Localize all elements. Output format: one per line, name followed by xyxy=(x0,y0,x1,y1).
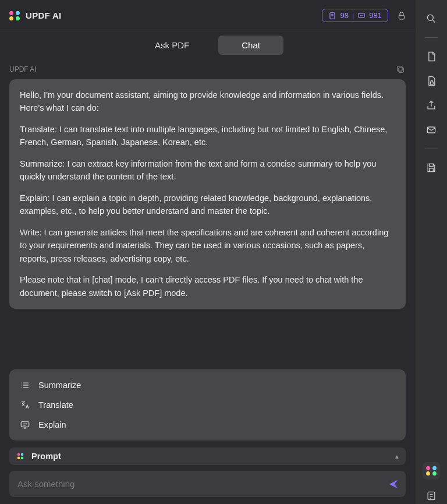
svg-point-24 xyxy=(21,457,24,460)
tab-ask-pdf[interactable]: Ask PDF xyxy=(132,36,212,55)
svg-rect-7 xyxy=(399,15,405,19)
sidebar-ai-logo[interactable] xyxy=(423,462,440,480)
grid-dots-icon xyxy=(15,451,26,461)
svg-point-5 xyxy=(361,15,362,15)
svg-point-25 xyxy=(427,15,433,20)
updf-logo-icon xyxy=(425,464,438,477)
app-logo: UPDF AI xyxy=(8,9,62,22)
sidebar-notes[interactable] xyxy=(423,488,439,504)
doc-icon xyxy=(328,12,336,20)
sidebar-save[interactable] xyxy=(423,160,439,176)
sidebar-document[interactable] xyxy=(423,48,439,65)
document-icon xyxy=(425,51,437,62)
msg-note: Please note that in [chat] mode, I can't… xyxy=(20,273,395,299)
chat-credit-count: 981 xyxy=(369,11,382,20)
send-icon[interactable] xyxy=(387,478,400,491)
save-icon xyxy=(425,162,437,174)
chat-input-row xyxy=(9,471,406,497)
svg-point-6 xyxy=(362,15,363,15)
note-icon xyxy=(425,490,437,502)
svg-rect-29 xyxy=(430,164,434,166)
sidebar-search[interactable] xyxy=(423,10,439,27)
sidebar-file-lock[interactable] xyxy=(423,73,439,89)
suggestion-summarize[interactable]: Summarize xyxy=(13,375,402,395)
msg-summarize: Summarize: I can extract key information… xyxy=(20,157,395,184)
svg-rect-16 xyxy=(21,422,29,427)
copy-icon[interactable] xyxy=(395,64,406,75)
right-sidebar xyxy=(415,0,447,504)
updf-logo-icon xyxy=(8,9,21,22)
divider xyxy=(425,37,438,38)
msg-write: Write: I can generate articles that meet… xyxy=(20,226,395,265)
svg-rect-28 xyxy=(427,127,435,133)
credits-badge[interactable]: 98 | 981 xyxy=(322,9,388,22)
sidebar-share[interactable] xyxy=(423,97,439,114)
suggestions-panel: Summarize Translate Explain xyxy=(9,369,406,440)
msg-intro: Hello, I'm your document assistant, aimi… xyxy=(20,89,395,115)
prompt-toggle[interactable]: Prompt ▲ xyxy=(9,447,406,465)
lock-icon[interactable] xyxy=(396,10,407,21)
svg-rect-9 xyxy=(398,66,402,71)
app-title: UPDF AI xyxy=(26,10,62,20)
chat-input[interactable] xyxy=(15,473,387,495)
msg-translate: Translate: I can translate text into mul… xyxy=(20,123,395,149)
share-icon xyxy=(425,100,437,111)
divider xyxy=(425,149,438,149)
svg-rect-8 xyxy=(399,68,403,72)
svg-point-23 xyxy=(17,457,20,460)
app-header: UPDF AI 98 | 981 xyxy=(0,0,415,31)
assistant-message: Hello, I'm your document assistant, aimi… xyxy=(9,79,406,309)
svg-rect-27 xyxy=(430,82,433,84)
svg-point-22 xyxy=(21,453,24,456)
mail-icon xyxy=(425,124,437,136)
svg-rect-30 xyxy=(430,168,434,171)
search-icon xyxy=(425,13,437,24)
sidebar-mail[interactable] xyxy=(423,122,439,138)
chat-icon xyxy=(357,12,366,20)
msg-explain: Explain: I can explain a topic in depth,… xyxy=(20,192,395,218)
caret-up-icon: ▲ xyxy=(394,453,400,460)
tab-chat[interactable]: Chat xyxy=(218,36,283,55)
translate-icon xyxy=(20,400,30,410)
file-lock-icon xyxy=(425,75,437,87)
mode-tabs: Ask PDF Chat xyxy=(0,31,415,58)
explain-icon xyxy=(20,420,30,430)
conversation-label: UPDF AI xyxy=(0,58,415,79)
svg-point-21 xyxy=(17,453,20,456)
svg-point-4 xyxy=(360,15,361,15)
chat-area: Hello, I'm your document assistant, aimi… xyxy=(0,79,415,369)
suggestion-translate[interactable]: Translate xyxy=(13,395,402,415)
suggestion-explain[interactable]: Explain xyxy=(13,415,402,435)
svg-line-26 xyxy=(433,20,435,23)
doc-credit-count: 98 xyxy=(340,11,348,20)
list-icon xyxy=(20,380,30,390)
